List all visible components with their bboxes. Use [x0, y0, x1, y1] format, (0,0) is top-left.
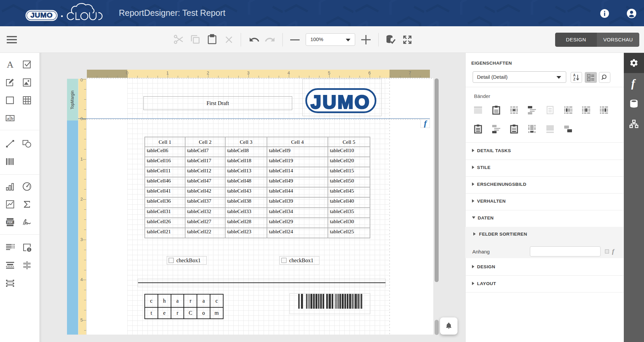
svg-text:Z: Z [573, 77, 575, 81]
svg-text:JUMO: JUMO [311, 91, 371, 112]
svg-text:A: A [7, 60, 14, 69]
svg-text:A: A [573, 73, 575, 77]
svg-text:b: b [11, 116, 13, 121]
svg-text:+: + [588, 74, 590, 77]
svg-text:JUMO: JUMO [31, 11, 53, 19]
svg-text:+: + [588, 78, 590, 81]
svg-text:PDF: PDF [7, 220, 13, 224]
svg-text:a: a [7, 116, 9, 121]
